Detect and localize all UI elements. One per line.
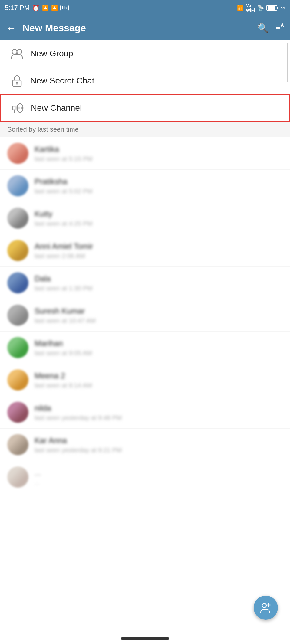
- contact-status: last seen at 10:47 AM: [35, 317, 283, 324]
- contact-info: Kutty last seen at 4:25 PM: [35, 209, 283, 227]
- contact-name: Marihan: [35, 339, 283, 348]
- page-wrapper: 5:17 PM ⏰ 🔼 🔼 bh · 📶 VoWiFi 📡 75 ← New M…: [0, 0, 290, 493]
- new-group-item[interactable]: New Group: [0, 40, 290, 67]
- nav-icons: 🔍 ≡A: [257, 23, 284, 33]
- contact-info: Anni Amiel Tomir last seen 2:06 AM: [35, 242, 283, 260]
- contact-item[interactable]: Dala last seen at 1:30 PM: [0, 267, 290, 299]
- megaphone-icon: [12, 103, 24, 113]
- contact-status: last seen 2:06 AM: [35, 252, 283, 260]
- contact-name: Kar Anna: [35, 436, 283, 445]
- avatar: [7, 305, 28, 326]
- avatar: [7, 208, 28, 229]
- home-indicator: [121, 637, 169, 640]
- contact-name: nilda: [35, 404, 283, 413]
- contact-list: Kartika last seen at 5:15 PM Pratiksha l…: [0, 137, 290, 493]
- back-button[interactable]: ←: [6, 22, 16, 34]
- add-contact-fab[interactable]: [254, 596, 278, 620]
- alert-icon-1: 🔼: [42, 5, 49, 11]
- new-secret-chat-label: New Secret Chat: [30, 76, 94, 86]
- section-header-text: Sorted by last seen time: [7, 126, 79, 133]
- section-header: Sorted by last seen time: [0, 122, 290, 137]
- contact-info: Dala last seen at 1:30 PM: [35, 274, 283, 292]
- signal-icon: 📶: [237, 5, 244, 11]
- status-bar: 5:17 PM ⏰ 🔼 🔼 bh · 📶 VoWiFi 📡 75: [0, 0, 290, 16]
- new-secret-chat-item[interactable]: New Secret Chat: [0, 67, 290, 94]
- battery-icon: [266, 5, 277, 11]
- contact-item[interactable]: Suresh Kumar last seen at 10:47 AM: [0, 299, 290, 332]
- contact-status: last seen yesterday at 9:48 PM: [35, 414, 283, 421]
- time-display: 5:17 PM: [5, 4, 30, 12]
- contact-name: Anni Amiel Tomir: [35, 242, 283, 251]
- new-group-icon-wrap: [7, 48, 27, 59]
- contact-item[interactable]: Kutty last seen at 4:25 PM: [0, 202, 290, 234]
- avatar: [7, 240, 28, 261]
- lock-icon: [12, 75, 22, 87]
- page-title: New Message: [22, 22, 257, 34]
- contact-item[interactable]: Pratiksha last seen at 5:02 PM: [0, 170, 290, 202]
- new-group-label: New Group: [30, 49, 73, 58]
- svg-point-0: [12, 49, 17, 54]
- contact-name: Suresh Kumar: [35, 306, 283, 316]
- contact-status: last seen at 9:05 AM: [35, 349, 283, 357]
- contact-name: Dala: [35, 274, 283, 283]
- vowifi-label: VoWiFi: [246, 3, 255, 13]
- new-channel-label: New Channel: [31, 103, 82, 113]
- contact-item[interactable]: ... ...: [0, 461, 290, 493]
- avatar: [7, 143, 28, 164]
- svg-point-9: [262, 603, 266, 608]
- scroll-indicator: [287, 43, 288, 82]
- avatar: [7, 337, 28, 358]
- menu-section: New Group New Secret Chat: [0, 40, 290, 122]
- contact-info: nilda last seen yesterday at 9:48 PM: [35, 404, 283, 421]
- contact-item[interactable]: nilda last seen yesterday at 9:48 PM: [0, 396, 290, 429]
- contact-info: Marihan last seen at 9:05 AM: [35, 339, 283, 357]
- svg-point-1: [17, 49, 22, 54]
- contact-info: Suresh Kumar last seen at 10:47 AM: [35, 306, 283, 324]
- contact-status: last seen at 4:25 PM: [35, 220, 283, 227]
- search-icon[interactable]: 🔍: [257, 23, 269, 33]
- contact-info: Pratiksha last seen at 5:02 PM: [35, 177, 283, 195]
- new-secret-chat-icon-wrap: [7, 75, 27, 87]
- contact-status: last seen at 8:14 AM: [35, 382, 283, 389]
- contact-status: last seen at 1:30 PM: [35, 285, 283, 292]
- contact-info: Kar Anna last seen yesterday at 9:21 PM: [35, 436, 283, 454]
- battery-percent: 75: [280, 5, 285, 11]
- alert-icon-2: 🔼: [51, 5, 58, 11]
- contact-item[interactable]: Kar Anna last seen yesterday at 9:21 PM: [0, 429, 290, 461]
- notification-icon: bh: [60, 5, 69, 11]
- svg-point-8: [21, 107, 23, 109]
- avatar: [7, 434, 28, 455]
- contact-name: Kartika: [35, 145, 283, 154]
- contact-item[interactable]: Anni Amiel Tomir last seen 2:06 AM: [0, 234, 290, 267]
- avatar: [7, 175, 28, 196]
- new-channel-item[interactable]: New Channel: [0, 94, 290, 122]
- sort-icon[interactable]: ≡A: [276, 23, 284, 33]
- contact-name: Meena 2: [35, 371, 283, 381]
- wifi-icon: 📡: [257, 5, 264, 11]
- contact-name: ...: [35, 468, 283, 478]
- new-channel-icon-wrap: [8, 103, 27, 113]
- contact-status: last seen yesterday at 9:21 PM: [35, 446, 283, 454]
- avatar: [7, 402, 28, 423]
- contact-item[interactable]: Marihan last seen at 9:05 AM: [0, 332, 290, 364]
- contact-name: Pratiksha: [35, 177, 283, 186]
- contact-status: ...: [35, 479, 283, 486]
- contact-status: last seen at 5:15 PM: [35, 155, 283, 162]
- contact-item[interactable]: Meena 2 last seen at 8:14 AM: [0, 364, 290, 396]
- contact-info: Meena 2 last seen at 8:14 AM: [35, 371, 283, 389]
- avatar: [7, 466, 28, 488]
- person-add-icon: [260, 602, 272, 613]
- dot-icon: ·: [71, 4, 73, 12]
- avatar: [7, 272, 28, 293]
- contact-info: ... ...: [35, 468, 283, 486]
- avatar: [7, 369, 28, 391]
- status-bar-left: 5:17 PM ⏰ 🔼 🔼 bh ·: [5, 4, 73, 12]
- contact-name: Kutty: [35, 209, 283, 219]
- status-bar-right: 📶 VoWiFi 📡 75: [237, 3, 285, 13]
- contact-info: Kartika last seen at 5:15 PM: [35, 145, 283, 162]
- nav-bar: ← New Message 🔍 ≡A: [0, 16, 290, 40]
- group-icon: [11, 48, 23, 59]
- contact-item[interactable]: Kartika last seen at 5:15 PM: [0, 137, 290, 170]
- contact-status: last seen at 5:02 PM: [35, 188, 283, 195]
- alarm-icon: ⏰: [32, 4, 40, 11]
